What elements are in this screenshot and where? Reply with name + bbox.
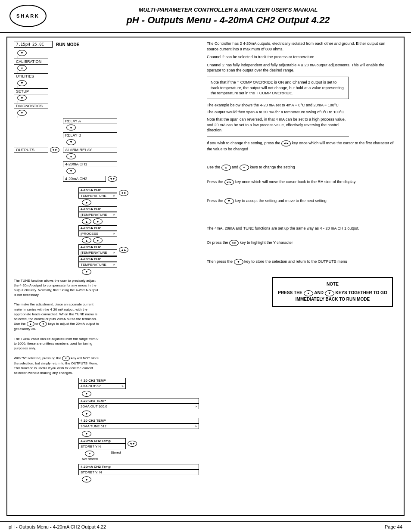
btn-down-4ma[interactable]: ▼ (82, 391, 91, 397)
shark-logo: SHARK (9, 4, 47, 28)
right-text-3: Channel 2 has fully independent and full… (207, 62, 397, 73)
left-diagram: 7.15pH 25.0C RUN MODE ▼ CALIBRATION ▼ UT… (14, 41, 199, 482)
20ma-out-label: 20MA OUT 100.0 (81, 404, 107, 408)
submenu-4-20ma-ch2: 4-20mA CH2 (63, 176, 106, 182)
btn-up-ch2-temp[interactable]: ▲ (82, 218, 91, 224)
ch2-setting-text: If you wish to change the setting, press… (207, 140, 397, 152)
diagram-area: 7.15pH 25.0C RUN MODE ▼ CALIBRATION ▼ UT… (14, 41, 397, 482)
4ma-out-label: 4MA OUT 0.0 (81, 384, 101, 388)
btn-down-ch2-confirmed[interactable]: ▼ (82, 269, 91, 275)
btn-down-relay-b[interactable]: ▼ (66, 139, 76, 145)
submenu-relay-a: RELAY A (63, 118, 117, 124)
btn-down-setup[interactable]: ▼ (17, 95, 27, 101)
note-text: Note that if the T COMP OVERRIDE is ON a… (211, 80, 345, 96)
menu-item-utilities: UTILITIES (14, 73, 48, 79)
right-text-2: Channel 2 can be selected to track the p… (207, 54, 397, 60)
btn-down-alarm-relay[interactable]: ▼ (66, 153, 76, 159)
or-press-text: Or press the ◄► key to highlight the Y c… (207, 240, 397, 246)
btn-down-calibration[interactable]: ▼ (17, 65, 27, 71)
page: SHARK MULTI-PARAMETER CONTROLLER & ANALY… (0, 0, 411, 532)
btn-down-420ma-ch1[interactable]: ▼ (66, 168, 76, 174)
note-bottom-text: PRESS THE ▲ AND ▼ KEYS TOGETHER TO GO IM… (277, 290, 388, 302)
footer: pH - Outputs Menu - 4-20mA CH2 Output 4.… (0, 521, 411, 532)
run-mode-display: 7.15pH 25.0C (14, 41, 53, 48)
menu-item-outputs: OUTPUTS (14, 147, 48, 153)
header: SHARK MULTI-PARAMETER CONTROLLER & ANALY… (0, 0, 411, 33)
footer-left: pH - Outputs Menu - 4-20mA CH2 Output 4.… (9, 524, 106, 529)
store-n-text: With "N" selected, pressing the ▼ key wi… (14, 356, 100, 376)
tune-text-2: The make the adjustment, place an accura… (14, 302, 100, 331)
btn-down-ch2-temp2[interactable]: ▼ (93, 218, 103, 224)
tune-text-3: The TUNE value can be adjusted over the … (14, 336, 100, 351)
press-back-text: Press the ◄► key once which will move th… (207, 179, 397, 185)
right-text-column: The Controller has 2 4-20mA outputs, ele… (202, 41, 397, 482)
btn-down-store-y[interactable]: ▼ (82, 476, 91, 482)
example-text-1: The example below shows the 4-20 mA set … (207, 103, 397, 108)
right-text-1: The Controller has 2 4-20mA outputs, ele… (207, 41, 397, 52)
ch2-temperature-edit: |TEMPERATURE (81, 213, 107, 217)
menu-item-setup: SETUP (14, 88, 48, 94)
btn-down-runmode[interactable]: ▼ (17, 50, 27, 56)
ch2-temperature-label: TEMPERATURE (81, 194, 106, 198)
btn-down-20ma[interactable]: ▼ (82, 411, 91, 417)
example-text-3: Note that the span can reversed, in that… (207, 117, 349, 133)
up-down-text: Use the ▲ and ▼ keys to change the setti… (207, 165, 397, 171)
run-mode-label: RUN MODE (56, 42, 79, 47)
header-subtitle: pH - Outputs Menu - 4-20mA CH2 Output 4.… (54, 15, 402, 26)
btn-down-tune[interactable]: ▼ (82, 431, 91, 437)
submenu-relay-b: RELAY B (63, 132, 117, 138)
note-box: Note that if the T COMP OVERRIDE is ON a… (207, 77, 349, 99)
note-bottom-title: NOTE (277, 281, 388, 287)
btn-down-relay-a[interactable]: ▼ (66, 124, 76, 131)
tune-text-1: The TUNE function allows the user to pre… (14, 278, 100, 298)
btn-down-ch2-process[interactable]: ▼ (93, 237, 103, 243)
btn-enter-ch2[interactable]: ◄► (119, 190, 128, 196)
tune-same-text: The 4mA, 20mA and TUNE functions are set… (207, 226, 397, 231)
btn-enter-store[interactable]: ◄► (128, 441, 137, 447)
submenu-alarm-relay: ALARM RELAY (63, 147, 117, 153)
footer-right: Page 44 (385, 524, 402, 529)
ch2-process-label: |PROCESS (81, 232, 98, 236)
note-bottom-box: NOTE PRESS THE ▲ AND ▼ KEYS TOGETHER TO … (272, 277, 393, 307)
btn-down-not-stored[interactable]: ▼ (85, 451, 94, 457)
submenu-4-20ma-ch1: 4-20mA CH1 (63, 161, 117, 167)
ch2-temp-return: |TEMPERATURE (81, 251, 107, 255)
ch2-temperature-confirmed: TEMPERATURE (81, 263, 106, 267)
store-yn-label: STORE? Y N (81, 445, 101, 448)
menu-item-diagnostics: DIAGNOSTICS (14, 103, 48, 109)
btn-down-ch2-temp[interactable]: ▼ (82, 199, 91, 205)
20ma-tune-label: 20MA TUNE 512 (81, 424, 106, 428)
header-title: MULTI-PARAMETER CONTROLLER & ANALYZER US… (54, 6, 402, 13)
store-y-selected: STORE? Y| N (81, 470, 102, 474)
then-press-text: Then press the ▼ key to store the select… (207, 259, 397, 265)
press-down-text: Press the ▼ key to accept the setting an… (207, 198, 397, 204)
btn-right-420ma-ch2[interactable]: ◄► (108, 176, 117, 182)
example-text-2: The output would then span 4 to 20 mA fo… (207, 109, 397, 115)
svg-text:SHARK: SHARK (16, 13, 40, 19)
btn-down-utilities[interactable]: ▼ (17, 80, 27, 86)
stored-label: Stored (111, 451, 121, 454)
menu-item-calibration: CALIBRATION (14, 59, 48, 65)
not-stored-label: Not stored (82, 457, 98, 461)
btn-enter-ch2-return[interactable]: ◄► (119, 247, 128, 253)
btn-right-outputs[interactable]: ◄► (50, 147, 59, 153)
btn-down-diagnostics[interactable]: ▼ (17, 110, 27, 116)
btn-up-ch2-process[interactable]: ▲ (82, 237, 91, 243)
main-content: 7.15pH 25.0C RUN MODE ▼ CALIBRATION ▼ UT… (6, 37, 405, 516)
header-text: MULTI-PARAMETER CONTROLLER & ANALYZER US… (54, 6, 402, 26)
